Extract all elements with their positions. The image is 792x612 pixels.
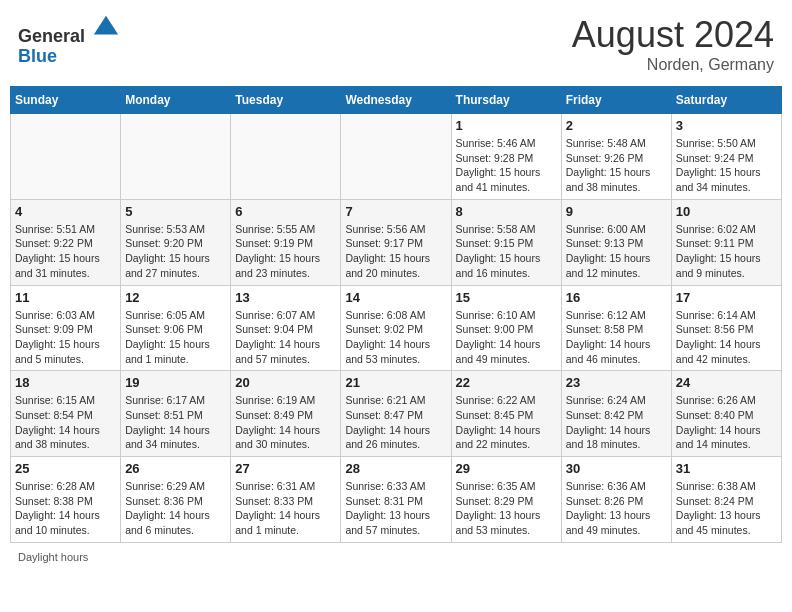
day-cell: 1Sunrise: 5:46 AMSunset: 9:28 PMDaylight… xyxy=(451,114,561,200)
day-info: Sunrise: 6:29 AMSunset: 8:36 PMDaylight:… xyxy=(125,479,226,538)
day-info: Sunrise: 6:08 AMSunset: 9:02 PMDaylight:… xyxy=(345,308,446,367)
week-row-5: 25Sunrise: 6:28 AMSunset: 8:38 PMDayligh… xyxy=(11,457,782,543)
day-number: 16 xyxy=(566,290,667,305)
day-cell: 20Sunrise: 6:19 AMSunset: 8:49 PMDayligh… xyxy=(231,371,341,457)
day-info: Sunrise: 6:21 AMSunset: 8:47 PMDaylight:… xyxy=(345,393,446,452)
day-cell: 13Sunrise: 6:07 AMSunset: 9:04 PMDayligh… xyxy=(231,285,341,371)
day-number: 14 xyxy=(345,290,446,305)
day-cell: 30Sunrise: 6:36 AMSunset: 8:26 PMDayligh… xyxy=(561,457,671,543)
day-cell xyxy=(231,114,341,200)
day-number: 19 xyxy=(125,375,226,390)
page-header: General Blue August 2024 Norden, Germany xyxy=(10,10,782,78)
day-number: 23 xyxy=(566,375,667,390)
day-cell: 24Sunrise: 6:26 AMSunset: 8:40 PMDayligh… xyxy=(671,371,781,457)
day-cell: 19Sunrise: 6:17 AMSunset: 8:51 PMDayligh… xyxy=(121,371,231,457)
day-info: Sunrise: 6:00 AMSunset: 9:13 PMDaylight:… xyxy=(566,222,667,281)
day-number: 24 xyxy=(676,375,777,390)
day-info: Sunrise: 6:24 AMSunset: 8:42 PMDaylight:… xyxy=(566,393,667,452)
day-number: 7 xyxy=(345,204,446,219)
day-cell xyxy=(121,114,231,200)
day-cell: 16Sunrise: 6:12 AMSunset: 8:58 PMDayligh… xyxy=(561,285,671,371)
day-info: Sunrise: 5:51 AMSunset: 9:22 PMDaylight:… xyxy=(15,222,116,281)
day-number: 20 xyxy=(235,375,336,390)
day-number: 6 xyxy=(235,204,336,219)
day-cell: 9Sunrise: 6:00 AMSunset: 9:13 PMDaylight… xyxy=(561,199,671,285)
day-number: 31 xyxy=(676,461,777,476)
column-header-sunday: Sunday xyxy=(11,87,121,114)
day-cell: 14Sunrise: 6:08 AMSunset: 9:02 PMDayligh… xyxy=(341,285,451,371)
logo-blue: Blue xyxy=(18,46,57,66)
day-cell xyxy=(341,114,451,200)
day-info: Sunrise: 6:02 AMSunset: 9:11 PMDaylight:… xyxy=(676,222,777,281)
day-cell: 31Sunrise: 6:38 AMSunset: 8:24 PMDayligh… xyxy=(671,457,781,543)
column-header-monday: Monday xyxy=(121,87,231,114)
day-info: Sunrise: 6:31 AMSunset: 8:33 PMDaylight:… xyxy=(235,479,336,538)
day-number: 22 xyxy=(456,375,557,390)
day-cell: 27Sunrise: 6:31 AMSunset: 8:33 PMDayligh… xyxy=(231,457,341,543)
day-number: 18 xyxy=(15,375,116,390)
day-info: Sunrise: 6:10 AMSunset: 9:00 PMDaylight:… xyxy=(456,308,557,367)
day-info: Sunrise: 5:55 AMSunset: 9:19 PMDaylight:… xyxy=(235,222,336,281)
day-info: Sunrise: 5:53 AMSunset: 9:20 PMDaylight:… xyxy=(125,222,226,281)
week-row-3: 11Sunrise: 6:03 AMSunset: 9:09 PMDayligh… xyxy=(11,285,782,371)
day-info: Sunrise: 6:14 AMSunset: 8:56 PMDaylight:… xyxy=(676,308,777,367)
week-row-4: 18Sunrise: 6:15 AMSunset: 8:54 PMDayligh… xyxy=(11,371,782,457)
day-info: Sunrise: 6:36 AMSunset: 8:26 PMDaylight:… xyxy=(566,479,667,538)
day-cell: 21Sunrise: 6:21 AMSunset: 8:47 PMDayligh… xyxy=(341,371,451,457)
footer-note: Daylight hours xyxy=(10,551,782,563)
title-block: August 2024 Norden, Germany xyxy=(572,14,774,74)
day-number: 13 xyxy=(235,290,336,305)
day-info: Sunrise: 6:05 AMSunset: 9:06 PMDaylight:… xyxy=(125,308,226,367)
day-cell: 15Sunrise: 6:10 AMSunset: 9:00 PMDayligh… xyxy=(451,285,561,371)
day-info: Sunrise: 6:22 AMSunset: 8:45 PMDaylight:… xyxy=(456,393,557,452)
day-cell: 26Sunrise: 6:29 AMSunset: 8:36 PMDayligh… xyxy=(121,457,231,543)
day-cell: 12Sunrise: 6:05 AMSunset: 9:06 PMDayligh… xyxy=(121,285,231,371)
day-cell: 28Sunrise: 6:33 AMSunset: 8:31 PMDayligh… xyxy=(341,457,451,543)
day-info: Sunrise: 6:26 AMSunset: 8:40 PMDaylight:… xyxy=(676,393,777,452)
day-info: Sunrise: 5:48 AMSunset: 9:26 PMDaylight:… xyxy=(566,136,667,195)
day-number: 29 xyxy=(456,461,557,476)
day-number: 17 xyxy=(676,290,777,305)
day-cell: 29Sunrise: 6:35 AMSunset: 8:29 PMDayligh… xyxy=(451,457,561,543)
day-cell: 7Sunrise: 5:56 AMSunset: 9:17 PMDaylight… xyxy=(341,199,451,285)
day-number: 30 xyxy=(566,461,667,476)
day-info: Sunrise: 6:12 AMSunset: 8:58 PMDaylight:… xyxy=(566,308,667,367)
day-info: Sunrise: 6:17 AMSunset: 8:51 PMDaylight:… xyxy=(125,393,226,452)
column-header-wednesday: Wednesday xyxy=(341,87,451,114)
day-info: Sunrise: 5:46 AMSunset: 9:28 PMDaylight:… xyxy=(456,136,557,195)
day-cell xyxy=(11,114,121,200)
day-cell: 22Sunrise: 6:22 AMSunset: 8:45 PMDayligh… xyxy=(451,371,561,457)
column-header-friday: Friday xyxy=(561,87,671,114)
week-row-2: 4Sunrise: 5:51 AMSunset: 9:22 PMDaylight… xyxy=(11,199,782,285)
logo-general: General xyxy=(18,26,85,46)
day-info: Sunrise: 5:58 AMSunset: 9:15 PMDaylight:… xyxy=(456,222,557,281)
day-number: 10 xyxy=(676,204,777,219)
day-cell: 3Sunrise: 5:50 AMSunset: 9:24 PMDaylight… xyxy=(671,114,781,200)
month-title: August 2024 xyxy=(572,14,774,56)
day-number: 25 xyxy=(15,461,116,476)
week-row-1: 1Sunrise: 5:46 AMSunset: 9:28 PMDaylight… xyxy=(11,114,782,200)
logo-icon xyxy=(92,14,120,42)
logo: General Blue xyxy=(18,14,120,67)
svg-marker-0 xyxy=(94,16,118,35)
day-cell: 6Sunrise: 5:55 AMSunset: 9:19 PMDaylight… xyxy=(231,199,341,285)
day-number: 26 xyxy=(125,461,226,476)
day-info: Sunrise: 6:15 AMSunset: 8:54 PMDaylight:… xyxy=(15,393,116,452)
day-cell: 18Sunrise: 6:15 AMSunset: 8:54 PMDayligh… xyxy=(11,371,121,457)
day-number: 12 xyxy=(125,290,226,305)
day-info: Sunrise: 6:19 AMSunset: 8:49 PMDaylight:… xyxy=(235,393,336,452)
day-cell: 11Sunrise: 6:03 AMSunset: 9:09 PMDayligh… xyxy=(11,285,121,371)
column-header-saturday: Saturday xyxy=(671,87,781,114)
day-info: Sunrise: 6:38 AMSunset: 8:24 PMDaylight:… xyxy=(676,479,777,538)
column-header-thursday: Thursday xyxy=(451,87,561,114)
day-number: 3 xyxy=(676,118,777,133)
day-number: 2 xyxy=(566,118,667,133)
day-info: Sunrise: 6:33 AMSunset: 8:31 PMDaylight:… xyxy=(345,479,446,538)
day-info: Sunrise: 6:07 AMSunset: 9:04 PMDaylight:… xyxy=(235,308,336,367)
day-number: 15 xyxy=(456,290,557,305)
day-number: 27 xyxy=(235,461,336,476)
day-info: Sunrise: 5:50 AMSunset: 9:24 PMDaylight:… xyxy=(676,136,777,195)
calendar-table: SundayMondayTuesdayWednesdayThursdayFrid… xyxy=(10,86,782,543)
day-cell: 2Sunrise: 5:48 AMSunset: 9:26 PMDaylight… xyxy=(561,114,671,200)
header-row: SundayMondayTuesdayWednesdayThursdayFrid… xyxy=(11,87,782,114)
